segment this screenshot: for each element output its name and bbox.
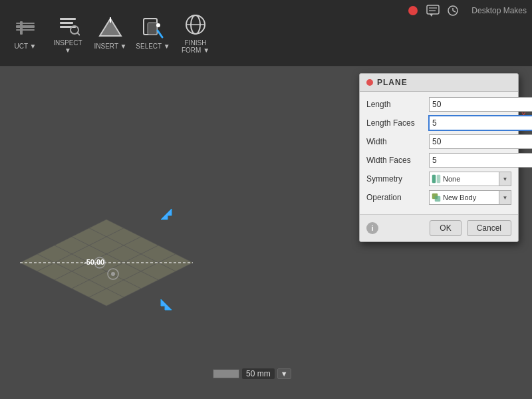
scale-value: 50 mm	[242, 368, 275, 379]
plane-dialog: PLANE Length ▼ Length Faces ▼ Width ▼	[359, 73, 519, 242]
svg-rect-0	[16, 25, 35, 28]
svg-point-18	[408, 6, 418, 15]
operation-select-wrap: New Body ▼	[429, 190, 511, 205]
dialog-header: PLANE	[360, 74, 518, 92]
width-input-wrap: ▼	[429, 134, 532, 149]
operation-label: Operation	[366, 193, 426, 202]
toolbar-btn-insert[interactable]: INSERT ▼	[90, 9, 130, 57]
cancel-button[interactable]: Cancel	[467, 220, 511, 236]
length-faces-input-wrap: ▼	[429, 116, 532, 130]
scale-bar: 50 mm ▼	[213, 368, 291, 379]
width-label: Width	[366, 137, 426, 146]
operation-icon	[432, 193, 441, 202]
dialog-body: Length ▼ Length Faces ▼ Width ▼ Width Fa…	[360, 92, 518, 214]
scale-handle-ne[interactable]	[158, 206, 174, 222]
width-input[interactable]	[429, 134, 532, 149]
toolbar-btn-product[interactable]: UCT ▼	[5, 9, 45, 57]
form-row-operation: Operation New Body ▼	[366, 190, 511, 205]
symmetry-select-wrap: None ▼	[429, 172, 511, 186]
toolbar: UCT ▼ INSPECT ▼ INSERT ▼	[0, 0, 532, 66]
form-row-width-faces: Width Faces ▼	[366, 153, 511, 168]
length-faces-label: Length Faces	[366, 118, 426, 128]
toolbar-btn-inspect-label: INSPECT ▼	[51, 39, 85, 54]
svg-rect-2	[16, 29, 35, 31]
select-icon	[141, 16, 165, 40]
svg-rect-1	[16, 23, 35, 24]
top-right-controls: Desktop Makes	[406, 4, 527, 17]
length-input-wrap: ▼	[429, 97, 532, 112]
dialog-footer: i OK Cancel	[360, 214, 518, 241]
scale-rect	[213, 369, 239, 378]
toolbar-btn-select[interactable]: SELECT ▼	[133, 9, 173, 57]
svg-rect-63	[432, 175, 436, 183]
toolbar-btn-select-label: SELECT ▼	[136, 43, 170, 50]
toolbar-btn-insert-label: INSERT ▼	[94, 43, 127, 50]
svg-point-55	[111, 272, 115, 276]
svg-rect-12	[148, 23, 157, 35]
length-input[interactable]	[429, 97, 532, 112]
svg-point-53	[98, 261, 102, 265]
form-row-length-faces: Length Faces ▼	[366, 116, 511, 130]
width-faces-input[interactable]	[429, 153, 532, 168]
form-row-width: Width ▼	[366, 134, 511, 149]
operation-dropdown-btn[interactable]: ▼	[499, 190, 511, 205]
finish-icon	[184, 13, 207, 37]
symmetry-label: Symmetry	[366, 174, 426, 184]
app-title: Desktop Makes	[471, 6, 527, 15]
symmetry-dropdown-btn[interactable]: ▼	[499, 172, 511, 186]
scale-unit-dropdown[interactable]: ▼	[277, 368, 291, 379]
form-row-symmetry: Symmetry None ▼	[366, 172, 511, 186]
svg-rect-66	[435, 196, 440, 201]
chat-icon[interactable]	[426, 4, 440, 17]
width-faces-input-wrap: ▼	[429, 153, 532, 168]
svg-rect-3	[20, 21, 23, 35]
3d-plane: .grid-line { stroke: #555; stroke-width:…	[13, 180, 200, 341]
svg-line-8	[77, 33, 80, 35]
symmetry-icon	[432, 174, 441, 184]
toolbar-btn-finish[interactable]: FINISH FORM ▼	[176, 9, 215, 57]
symmetry-value: None	[443, 175, 497, 183]
record-icon[interactable]	[406, 4, 420, 17]
svg-line-13	[158, 31, 162, 37]
toolbar-btn-inspect[interactable]: INSPECT ▼	[48, 9, 88, 57]
toolbar-btn-finish-label: FINISH FORM ▼	[178, 39, 213, 54]
clock-icon[interactable]	[446, 4, 460, 17]
toolbar-btn-product-label: UCT ▼	[14, 43, 36, 50]
scale-handle-se[interactable]	[158, 297, 174, 313]
svg-rect-19	[427, 5, 439, 14]
svg-line-25	[453, 11, 456, 12]
dialog-title: PLANE	[377, 78, 408, 87]
dialog-close-dot[interactable]	[366, 79, 373, 86]
length-faces-input[interactable]	[429, 116, 532, 130]
operation-value: New Body	[443, 194, 497, 201]
svg-marker-56	[161, 209, 172, 219]
svg-point-14	[156, 23, 160, 27]
info-button[interactable]: i	[366, 222, 378, 234]
product-icon	[13, 16, 37, 40]
form-row-length: Length ▼	[366, 97, 511, 112]
width-faces-label: Width Faces	[366, 156, 426, 165]
svg-rect-5	[60, 22, 73, 24]
svg-marker-57	[161, 299, 172, 310]
svg-marker-20	[430, 14, 433, 17]
svg-rect-4	[60, 18, 76, 20]
insert-icon	[98, 16, 122, 40]
svg-rect-64	[437, 175, 440, 183]
length-label: Length	[366, 100, 426, 109]
inspect-icon	[56, 13, 80, 37]
ok-button[interactable]: OK	[430, 220, 461, 236]
